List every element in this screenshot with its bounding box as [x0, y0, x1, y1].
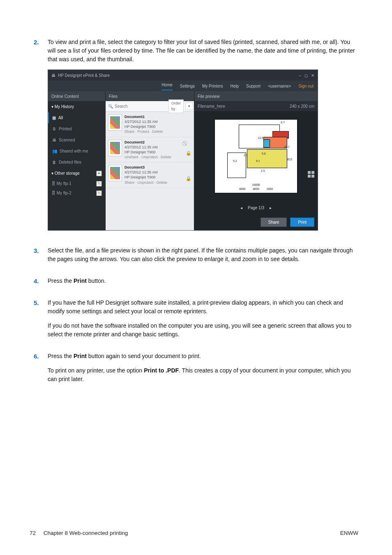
sidebar-other-storage[interactable]: ▾ Other storage + [48, 168, 105, 179]
preview-dimensions: 240 x 200 cm [290, 103, 314, 109]
step-number-4: 4. [34, 277, 48, 291]
sidebar-deleted[interactable]: 🗑 Deleted files [48, 157, 105, 168]
expand-icon[interactable] [308, 171, 314, 178]
menu-settings[interactable]: Settings [180, 83, 195, 89]
order-by-dropdown[interactable]: Order by [168, 99, 184, 113]
menu-home[interactable]: Home [161, 82, 173, 90]
files-panel: Files 🔍 Order by ▾ [106, 91, 194, 230]
lock-icon: 🔒 [186, 150, 191, 157]
step-6-p1: Press the Print button again to send you… [48, 352, 358, 361]
grid-icon: ▦ [52, 115, 56, 121]
file-thumbnail [108, 114, 122, 131]
page-footer: 72 Chapter 8 Web-connected printing ENWW [30, 530, 358, 536]
print-button[interactable]: Print [290, 217, 314, 227]
preview-drawing: 6.7 13.5 3.7 5.0 5.2 9.1 2.5 27.7 30.0 [215, 120, 297, 193]
sidebar-printed[interactable]: 🗎 Printed [48, 123, 105, 134]
step-6-p2: To print on any printer, use the option … [48, 366, 358, 384]
window-close-icon[interactable]: ✕ [311, 72, 314, 79]
menu-support[interactable]: Support [246, 83, 261, 89]
ftp-icon: 🗄 [51, 191, 55, 195]
step-3-text: Select the file, and a file preview is s… [48, 246, 358, 264]
menu-bar: Home Settings My Printers Help Support <… [48, 81, 318, 91]
ftp-icon: 🗄 [51, 181, 55, 186]
trash-icon: 🗑 [52, 159, 56, 165]
preview-filename: Filename_here [198, 103, 225, 109]
step-4-text: Press the Print button. [48, 277, 358, 285]
file-printer: HP Designjet T900 [125, 150, 171, 155]
file-printer: HP Designjet T900 [125, 175, 167, 180]
file-name: Document1 [125, 114, 163, 119]
title-bar: 🖶 HP Designjet ePrint & Share – ◻ ✕ [48, 70, 318, 81]
page-number: 72 [30, 530, 36, 536]
menu-sign-out[interactable]: Sign out [298, 83, 314, 89]
file-date: 4/27/2012 11:35 AM [125, 145, 171, 150]
step-number-5: 5. [34, 298, 48, 345]
sidebar-ftp-2[interactable]: 🗄 My ftp-2 ✎ [48, 188, 105, 198]
footer-brand: ENWW [340, 530, 358, 536]
file-printer: HP Designjet T900 [125, 124, 163, 129]
preview-canvas[interactable]: 6.7 13.5 3.7 5.0 5.2 9.1 2.5 27.7 30.0 [194, 111, 318, 201]
sidebar-ftp-1[interactable]: 🗄 My ftp-1 ✎ [48, 179, 105, 188]
page-indicator: Page 1/3 [248, 206, 264, 210]
sidebar-all[interactable]: ▦ All [48, 112, 105, 123]
page-next-button[interactable]: ▸ [270, 206, 272, 210]
sidebar-my-history[interactable]: ▾ My History [48, 101, 105, 112]
file-actions[interactable]: Share · Protect · Delete [125, 129, 163, 134]
edit-ftp2-button[interactable]: ✎ [96, 190, 102, 196]
app-title: HP Designjet ePrint & Share [58, 72, 110, 79]
step-number-2: 2. [34, 38, 48, 239]
file-thumbnail [108, 165, 122, 181]
pager: ◂ Page 1/3 ▸ [194, 201, 318, 214]
file-row[interactable]: Document3 4/27/2012 11:35 AM HP Designje… [106, 162, 194, 188]
step-number-6: 6. [34, 352, 48, 389]
sidebar-scanned[interactable]: 🖶 Scanned [48, 134, 105, 146]
file-actions[interactable]: Unshare · Unprotect · Delete [125, 155, 171, 160]
add-storage-button[interactable]: + [96, 171, 102, 176]
page-prev-button[interactable]: ◂ [240, 206, 242, 210]
sidebar: Online Content ▾ My History ▦ All 🗎 Prin… [48, 91, 106, 230]
step-2-text: To view and print a file, select the cat… [48, 38, 358, 64]
file-thumbnail [108, 140, 122, 156]
chapter-title: Chapter 8 Web-connected printing [44, 530, 128, 536]
file-date: 4/27/2012 11:35 AM [125, 170, 167, 175]
sidebar-header: Online Content [48, 91, 105, 101]
file-row[interactable]: Document1 4/27/2012 11:35 AM HP Designje… [106, 112, 194, 137]
printed-icon: 🗎 [52, 126, 56, 132]
step-number-3: 3. [34, 246, 48, 269]
menu-my-printers[interactable]: My Printers [202, 83, 223, 89]
preview-panel: File preview Filename_here 240 x 200 cm [194, 91, 318, 230]
share-button[interactable]: Share [261, 217, 287, 227]
file-name: Document2 [125, 140, 171, 145]
menu-username[interactable]: <username> [268, 83, 291, 89]
scanned-icon: 🖶 [52, 137, 56, 143]
file-row[interactable]: Document2 4/27/2012 11:35 AM HP Designje… [106, 137, 194, 163]
window-minimize-icon[interactable]: – [299, 72, 301, 79]
menu-help[interactable]: Help [231, 83, 239, 89]
file-actions[interactable]: Share · Unprotect · Delete [125, 180, 167, 185]
app-screenshot: 🖶 HP Designjet ePrint & Share – ◻ ✕ Home… [48, 69, 318, 231]
search-icon: 🔍 [108, 103, 113, 109]
unshare-icon: ⃠ [186, 140, 191, 147]
step-5-p1: If you have the full HP Designjet softwa… [48, 298, 358, 316]
file-name: Document3 [125, 165, 167, 170]
preview-header: File preview [194, 91, 318, 101]
app-icon: 🖶 [51, 72, 55, 79]
step-5-p2: If you do not have the software installe… [48, 321, 358, 339]
sidebar-shared[interactable]: 👥 Shared with me [48, 146, 105, 157]
file-date: 4/27/2012 11:35 AM [125, 119, 163, 124]
search-input[interactable] [115, 104, 167, 109]
edit-ftp1-button[interactable]: ✎ [96, 181, 102, 187]
order-by-caret-icon[interactable]: ▾ [185, 102, 193, 111]
lock-icon: 🔒 [186, 175, 191, 182]
shared-icon: 👥 [52, 148, 57, 154]
window-maximize-icon[interactable]: ◻ [304, 72, 308, 79]
